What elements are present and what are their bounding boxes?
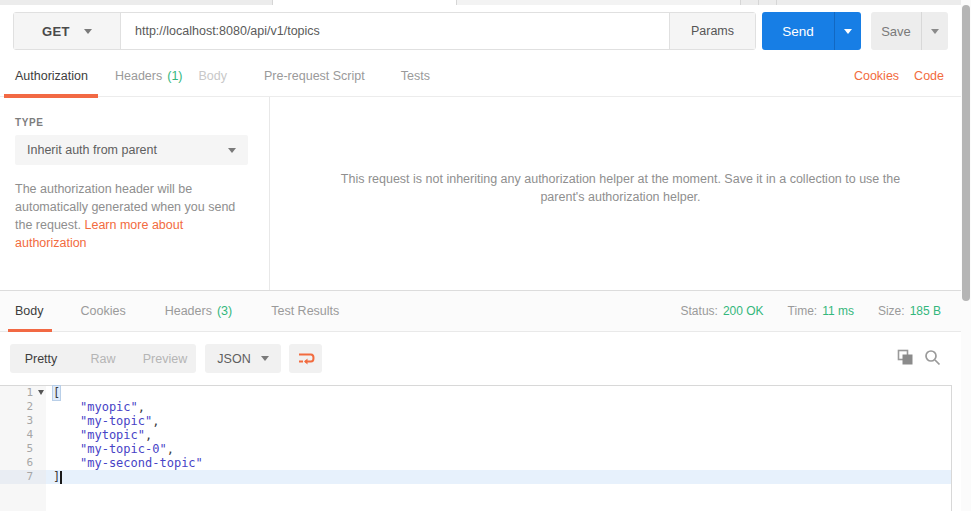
wrap-text-icon — [297, 351, 315, 366]
request-tabs: Authorization Headers (1) Body Pre-reque… — [0, 56, 971, 97]
chevron-down-icon — [228, 148, 236, 153]
response-tabs: Body Cookies Headers (3) Test Results St… — [0, 291, 971, 332]
tab-prerequest-script[interactable]: Pre-request Script — [258, 56, 371, 97]
request-bar: GET http://localhost:8080/api/v1/topics … — [0, 12, 971, 50]
view-preview-button[interactable]: Preview — [134, 344, 196, 373]
headers-count-badge: (1) — [167, 69, 182, 83]
url-group: GET http://localhost:8080/api/v1/topics … — [13, 12, 756, 50]
code-line: 1 [ — [0, 386, 951, 400]
scrollbar-thumb[interactable] — [962, 5, 970, 301]
tab-authorization[interactable]: Authorization — [4, 56, 98, 97]
send-label: Send — [762, 12, 834, 50]
code-line: 2 "myopic", — [0, 400, 951, 414]
wrap-text-button[interactable] — [289, 344, 322, 373]
tab-headers[interactable]: Headers (1) — [109, 56, 189, 97]
response-headers-count-badge: (3) — [217, 304, 232, 318]
format-select[interactable]: JSON — [205, 344, 281, 373]
send-options-button[interactable] — [834, 12, 861, 50]
tab-response-body[interactable]: Body — [8, 291, 52, 332]
close-bracket: ] — [53, 470, 60, 484]
size-badge: Size: 185 B — [878, 304, 941, 318]
response-body-editor[interactable]: 1 [ 2 "myopic", 3 "my-topic", 4 "mytopic… — [0, 385, 952, 511]
auth-type-pane: TYPE Inherit auth from parent The author… — [0, 97, 270, 290]
chevron-down-icon — [84, 29, 92, 34]
url-value: http://localhost:8080/api/v1/topics — [135, 24, 320, 38]
response-status-line: Status: 200 OK Time: 11 ms Size: 185 B — [681, 304, 941, 318]
view-mode-group: Pretty Raw Preview — [10, 344, 196, 373]
search-icon — [924, 349, 941, 366]
workspace-tab-strip — [0, 0, 971, 5]
params-button[interactable]: Params — [669, 13, 755, 49]
response-toolbar: Pretty Raw Preview JSON — [0, 332, 971, 385]
chevron-down-icon — [261, 356, 269, 361]
save-label: Save — [871, 12, 921, 50]
code-line: 5 "my-topic-0", — [0, 442, 951, 456]
url-input[interactable]: http://localhost:8080/api/v1/topics — [121, 13, 669, 49]
tab-response-cookies[interactable]: Cookies — [75, 291, 132, 332]
search-response-button[interactable] — [921, 346, 943, 368]
cookies-link[interactable]: Cookies — [854, 69, 899, 83]
method-label: GET — [42, 24, 70, 39]
type-label: TYPE — [15, 117, 44, 128]
open-bracket: [ — [52, 385, 61, 401]
auth-helper-message: This request is not inheriting any autho… — [327, 170, 915, 290]
auth-description: The authorization header will be automat… — [15, 180, 252, 252]
code-line: 3 "my-topic", — [0, 414, 951, 428]
save-options-button[interactable] — [921, 12, 948, 50]
request-side-links: Cookies Code — [854, 69, 944, 83]
auth-type-select[interactable]: Inherit auth from parent — [15, 135, 248, 165]
chevron-down-icon — [844, 29, 852, 34]
time-badge: Time: 11 ms — [788, 304, 854, 318]
code-line: 6 "my-second-topic" — [0, 456, 951, 470]
tab-response-headers[interactable]: Headers (3) — [159, 291, 239, 332]
code-line: 4 "mytopic", — [0, 428, 951, 442]
auth-helper-pane: This request is not inheriting any autho… — [270, 97, 971, 290]
copy-icon — [897, 349, 914, 366]
method-select[interactable]: GET — [14, 13, 121, 49]
code-link[interactable]: Code — [914, 69, 944, 83]
workspace-tab — [456, 0, 740, 5]
postman-window: GET http://localhost:8080/api/v1/topics … — [0, 0, 971, 511]
fold-toggle-icon[interactable] — [38, 390, 44, 395]
format-value: JSON — [217, 352, 250, 366]
tab-body[interactable]: Body — [193, 56, 234, 97]
auth-type-value: Inherit auth from parent — [27, 143, 157, 157]
chevron-down-icon — [931, 29, 939, 34]
status-badge: Status: 200 OK — [681, 304, 764, 318]
workspace-tab — [272, 0, 456, 5]
save-button[interactable]: Save — [871, 12, 948, 50]
view-pretty-button[interactable]: Pretty — [10, 344, 72, 373]
copy-response-button[interactable] — [894, 346, 916, 368]
authorization-panel: TYPE Inherit auth from parent The author… — [0, 97, 971, 291]
code-line-active: 7 ] — [0, 470, 951, 484]
view-raw-button[interactable]: Raw — [72, 344, 134, 373]
text-cursor — [60, 471, 62, 484]
tab-tests[interactable]: Tests — [395, 56, 436, 97]
vertical-scrollbar[interactable] — [961, 0, 971, 511]
editor-empty-area — [0, 484, 951, 511]
tab-test-results[interactable]: Test Results — [265, 291, 345, 332]
send-button[interactable]: Send — [762, 12, 861, 50]
